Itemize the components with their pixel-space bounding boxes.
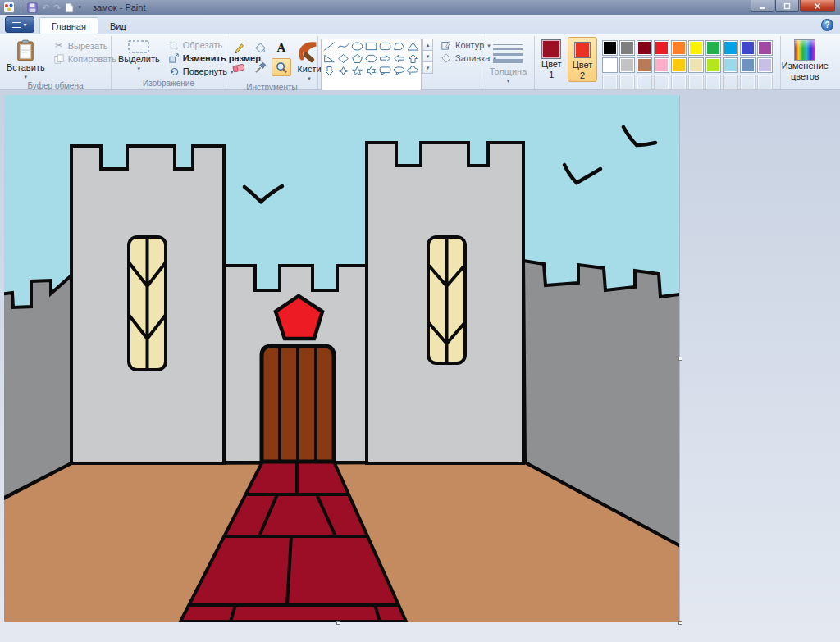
palette-color-swatch[interactable]: [654, 57, 669, 73]
select-label: Выделить: [118, 54, 160, 65]
thickness-button[interactable]: Толщина ▾: [486, 37, 532, 84]
shape-triangle-icon[interactable]: [406, 40, 420, 52]
rotate-icon: [168, 66, 180, 76]
palette-color-swatch[interactable]: [637, 40, 652, 56]
palette-empty-swatch[interactable]: [723, 75, 738, 90]
close-button[interactable]: [800, 0, 835, 12]
redo-button[interactable]: ↷: [53, 3, 61, 12]
shape-left-arrow-icon[interactable]: [392, 52, 406, 65]
palette-color-swatch[interactable]: [740, 57, 756, 73]
shape-polygon-icon[interactable]: [392, 40, 406, 52]
palette-color-swatch[interactable]: [619, 40, 635, 56]
shape-diamond-icon[interactable]: [336, 52, 350, 65]
palette-color-swatch[interactable]: [671, 57, 687, 73]
qat-customize-dropdown[interactable]: ▾: [78, 4, 81, 11]
select-button[interactable]: Выделить ▾: [114, 37, 164, 72]
eyedropper-icon: [254, 61, 267, 74]
shape-cloud-callout-icon[interactable]: [406, 65, 420, 77]
canvas-resize-handle-right[interactable]: [678, 357, 682, 361]
minimize-button[interactable]: [751, 0, 774, 12]
copy-button[interactable]: Копировать: [51, 53, 119, 65]
drawing-canvas[interactable]: [4, 95, 679, 622]
shape-curve-icon[interactable]: [336, 40, 350, 52]
color-palette: [599, 37, 776, 90]
shape-line-icon[interactable]: [322, 40, 336, 52]
help-button[interactable]: ?: [821, 19, 833, 31]
palette-color-swatch[interactable]: [757, 40, 773, 56]
color1-button[interactable]: Цвет 1: [537, 37, 566, 80]
palette-color-swatch[interactable]: [705, 40, 721, 56]
new-document-icon[interactable]: [65, 2, 74, 13]
shape-hexagon-icon[interactable]: [364, 52, 378, 65]
tab-view[interactable]: Вид: [98, 18, 138, 34]
shape-rounded-callout-icon[interactable]: [378, 65, 392, 77]
palette-color-swatch[interactable]: [723, 57, 738, 73]
palette-color-swatch[interactable]: [688, 40, 704, 56]
fill-tool-button[interactable]: [250, 39, 270, 57]
color-picker-tool-button[interactable]: [250, 58, 270, 76]
palette-color-swatch[interactable]: [619, 57, 635, 73]
magnifier-icon: [276, 61, 288, 74]
canvas-resize-handle-corner[interactable]: [678, 621, 682, 625]
shape-right-triangle-icon[interactable]: [322, 52, 336, 65]
shape-four-point-star-icon[interactable]: [336, 65, 350, 77]
palette-empty-swatch[interactable]: [671, 75, 687, 90]
tab-home[interactable]: Главная: [39, 17, 98, 34]
shape-pentagon-icon[interactable]: [350, 52, 364, 65]
palette-empty-swatch[interactable]: [602, 75, 618, 90]
palette-color-swatch[interactable]: [705, 57, 721, 73]
canvas-resize-handle-bottom[interactable]: [336, 621, 340, 625]
save-button[interactable]: [27, 2, 38, 13]
shapes-scroll-down-button[interactable]: ▾: [422, 50, 433, 62]
palette-color-swatch[interactable]: [637, 57, 652, 73]
cut-button[interactable]: ✂ Вырезать: [51, 39, 119, 52]
tab-row: ▾ Главная Вид ?: [0, 15, 840, 34]
palette-empty-swatch[interactable]: [619, 75, 635, 90]
color2-swatch: [574, 42, 591, 58]
shapes-scroll-up-button[interactable]: ▴: [422, 39, 433, 51]
palette-color-swatch[interactable]: [688, 57, 704, 73]
maximize-button[interactable]: [775, 0, 799, 12]
group-tools: A Кисти ▾ Инструменты: [226, 36, 318, 89]
palette-empty-swatch[interactable]: [637, 75, 652, 90]
palette-empty-swatch[interactable]: [757, 75, 773, 90]
shape-down-arrow-icon[interactable]: [322, 65, 336, 77]
pencil-tool-button[interactable]: [229, 39, 249, 57]
palette-color-swatch[interactable]: [757, 57, 773, 73]
palette-empty-swatch[interactable]: [705, 75, 721, 90]
shape-up-arrow-icon[interactable]: [406, 52, 420, 65]
paste-button[interactable]: Вставить ▾: [2, 37, 49, 80]
shape-six-point-star-icon[interactable]: [364, 65, 378, 77]
palette-empty-swatch[interactable]: [740, 75, 756, 90]
palette-color-swatch[interactable]: [723, 40, 738, 56]
copy-icon: [53, 54, 65, 64]
text-tool-button[interactable]: A: [272, 39, 291, 57]
magnifier-tool-button[interactable]: [272, 58, 291, 76]
shape-five-point-star-icon[interactable]: [350, 65, 364, 77]
undo-button[interactable]: ↶: [42, 3, 49, 12]
color2-button[interactable]: Цвет 2: [568, 37, 598, 82]
shape-rectangle-icon[interactable]: [364, 40, 378, 52]
application-menu-button[interactable]: ▾: [5, 16, 34, 33]
shape-right-arrow-icon[interactable]: [378, 52, 392, 65]
shapes-more-button[interactable]: ▾: [422, 61, 433, 74]
palette-color-swatch[interactable]: [602, 57, 618, 73]
eraser-tool-button[interactable]: [229, 58, 249, 76]
chevron-down-icon: ▾: [507, 78, 510, 84]
color2-label: Цвет: [573, 60, 593, 71]
palette-color-swatch[interactable]: [740, 40, 756, 56]
shape-rounded-rectangle-icon[interactable]: [378, 40, 392, 52]
palette-color-swatch[interactable]: [602, 40, 618, 56]
text-tool-icon: A: [277, 42, 286, 54]
palette-color-swatch[interactable]: [671, 40, 687, 56]
shape-oval-callout-icon[interactable]: [392, 65, 406, 77]
shape-gallery-scroll: ▴ ▾ ▾: [422, 39, 433, 91]
palette-empty-swatch[interactable]: [654, 75, 669, 90]
scissors-icon: ✂: [53, 40, 65, 51]
right-window: [428, 237, 465, 363]
palette-empty-swatch[interactable]: [688, 75, 704, 90]
color1-label: Цвет: [541, 59, 562, 70]
palette-color-swatch[interactable]: [654, 40, 669, 56]
workspace: [0, 90, 840, 642]
shape-ellipse-icon[interactable]: [350, 40, 364, 52]
